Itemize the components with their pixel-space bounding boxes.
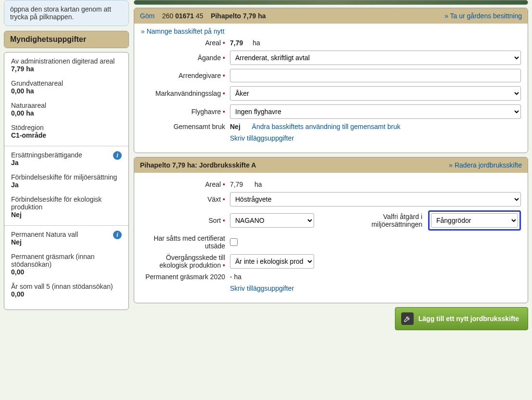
stat-natura: Naturaareal 0,00 ha [11,102,122,117]
eco-transition-select[interactable]: Är inte i ekologisk produ [230,254,314,269]
map-strip [134,0,528,5]
rename-link[interactable]: » Namnge basskiftet på nytt [141,27,225,35]
wildoat-select[interactable]: Ingen flyghavre [230,104,521,119]
authority-panel-title: Myndighetsuppgifter [4,31,128,48]
info-icon[interactable]: i [113,231,122,239]
stat-vall5: År som vall 5 (innan stödansökan) 0,00 [11,283,122,298]
tip-box: öppna den stora kartan genom att trycka … [4,0,129,26]
authority-panel: Myndighetsuppgifter [4,31,129,48]
stat-env-commit: Förbindelseskifte för miljöersättning Ja [11,173,122,189]
env-action-highlight: Fånggrödor [428,210,521,231]
stat-eco-commit: Förbindelseskifte för ekologisk produkti… [11,195,122,219]
stat-groundwater: Grundvattenareal 0,00 ha [11,79,122,95]
variety-select[interactable]: NAGANO [230,213,314,228]
lessor-input[interactable] [230,69,521,82]
extra-info-link[interactable]: Skriv tilläggsuppgifter [230,134,294,142]
hide-link[interactable]: Göm [140,12,154,20]
cert-seed-checkbox[interactable] [230,238,238,246]
release-link[interactable]: » Ta ur gårdens besittning [444,12,522,20]
base-parcel: Göm 260 01671 45 Pihapelto 7,79 ha » Ta … [134,8,528,153]
stat-region: Stödregion C1-område [11,124,122,139]
env-action-select[interactable]: Fånggrödor [431,213,518,228]
owner-select[interactable]: Arrenderat, skriftligt avtal [230,51,521,65]
tip-text: öppna den stora kartan genom att trycka … [10,5,111,21]
change-shared-link[interactable]: Ändra basskiftets användning till gemens… [252,123,401,130]
delete-subparcel-link[interactable]: » Radera jordbruksskifte [449,161,522,169]
parcel-name: Pihapelto 7,79 ha [211,12,266,20]
sub-extra-info-link[interactable]: Skriv tilläggsuppgifter [230,284,294,292]
info-icon[interactable]: i [113,151,122,160]
wrench-icon [401,312,414,325]
stat-perm-grass: Permanent gräsmark (innan stödansökan) 0… [11,253,122,276]
sub-parcel-title: Pihapelto 7,79 ha: Jordbruksskifte A [140,161,256,169]
add-subparcel-button[interactable]: Lägg till ett nytt jordbruksskifte [395,307,528,330]
parcel-id: 260 01671 45 [162,12,205,20]
landuse-select[interactable]: Åker [230,86,521,101]
crop-select[interactable]: Höstrågvete [230,192,521,206]
sub-parcel: Pihapelto 7,79 ha: Jordbruksskifte A » R… [134,157,528,303]
stat-digitized: Av administrationen digiterad areal 7,79… [11,57,122,73]
